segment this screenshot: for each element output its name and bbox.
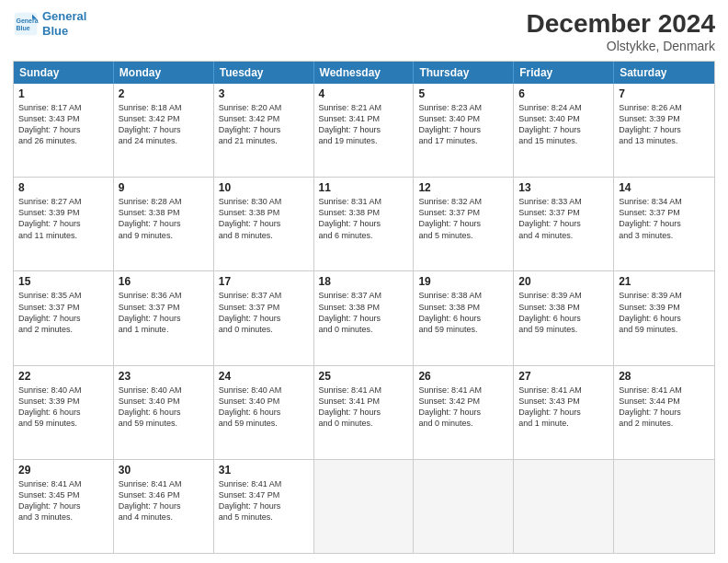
- calendar-cell: 8Sunrise: 8:27 AM Sunset: 3:39 PM Daylig…: [14, 178, 114, 270]
- day-number: 2: [119, 87, 209, 100]
- day-info: Sunrise: 8:32 AM Sunset: 3:37 PM Dayligh…: [418, 196, 508, 241]
- calendar-cell: 4Sunrise: 8:21 AM Sunset: 3:41 PM Daylig…: [314, 84, 415, 177]
- calendar-cell: 12Sunrise: 8:32 AM Sunset: 3:37 PM Dayli…: [414, 178, 514, 270]
- day-info: Sunrise: 8:21 AM Sunset: 3:41 PM Dayligh…: [319, 102, 409, 147]
- calendar-cell: 10Sunrise: 8:30 AM Sunset: 3:38 PM Dayli…: [214, 178, 314, 270]
- day-number: 10: [219, 181, 309, 194]
- day-number: 23: [119, 370, 209, 383]
- day-info: Sunrise: 8:37 AM Sunset: 3:38 PM Dayligh…: [319, 290, 409, 335]
- day-info: Sunrise: 8:18 AM Sunset: 3:42 PM Dayligh…: [119, 102, 209, 147]
- day-number: 25: [319, 370, 409, 383]
- calendar-cell: 9Sunrise: 8:28 AM Sunset: 3:38 PM Daylig…: [114, 178, 214, 270]
- calendar-body: 1Sunrise: 8:17 AM Sunset: 3:43 PM Daylig…: [14, 84, 714, 553]
- day-number: 8: [18, 181, 108, 194]
- day-info: Sunrise: 8:23 AM Sunset: 3:40 PM Dayligh…: [418, 102, 508, 147]
- page: General Blue General Blue December 2024 …: [0, 0, 728, 563]
- day-info: Sunrise: 8:24 AM Sunset: 3:40 PM Dayligh…: [518, 102, 609, 147]
- day-info: Sunrise: 8:35 AM Sunset: 3:37 PM Dayligh…: [18, 290, 108, 335]
- day-number: 29: [18, 464, 108, 477]
- calendar-cell: 14Sunrise: 8:34 AM Sunset: 3:37 PM Dayli…: [614, 178, 714, 270]
- weekday-header: Saturday: [614, 62, 714, 84]
- day-info: Sunrise: 8:37 AM Sunset: 3:37 PM Dayligh…: [219, 290, 309, 335]
- day-number: 13: [518, 181, 609, 194]
- logo: General Blue General Blue: [13, 9, 86, 38]
- weekday-header: Monday: [114, 62, 214, 84]
- calendar-cell: 5Sunrise: 8:23 AM Sunset: 3:40 PM Daylig…: [414, 84, 514, 177]
- calendar-cell: 20Sunrise: 8:39 AM Sunset: 3:38 PM Dayli…: [514, 271, 614, 364]
- day-number: 20: [518, 275, 609, 288]
- day-info: Sunrise: 8:41 AM Sunset: 3:47 PM Dayligh…: [219, 478, 309, 523]
- calendar-cell: 27Sunrise: 8:41 AM Sunset: 3:43 PM Dayli…: [514, 366, 614, 459]
- day-info: Sunrise: 8:41 AM Sunset: 3:46 PM Dayligh…: [119, 478, 209, 523]
- logo-icon: General Blue: [13, 11, 39, 37]
- day-number: 15: [18, 275, 108, 288]
- calendar-cell: 13Sunrise: 8:33 AM Sunset: 3:37 PM Dayli…: [514, 178, 614, 270]
- calendar-cell: 21Sunrise: 8:39 AM Sunset: 3:39 PM Dayli…: [614, 271, 714, 364]
- calendar-cell: [514, 460, 614, 553]
- day-number: 11: [319, 181, 409, 194]
- calendar-cell: [614, 460, 714, 553]
- calendar-row: 29Sunrise: 8:41 AM Sunset: 3:45 PM Dayli…: [14, 459, 714, 553]
- weekday-header: Sunday: [14, 62, 114, 84]
- day-number: 16: [119, 275, 209, 288]
- day-number: 21: [619, 275, 710, 288]
- day-number: 18: [319, 275, 409, 288]
- day-number: 5: [418, 87, 508, 100]
- day-info: Sunrise: 8:40 AM Sunset: 3:40 PM Dayligh…: [219, 385, 309, 430]
- day-info: Sunrise: 8:41 AM Sunset: 3:44 PM Dayligh…: [619, 385, 710, 430]
- day-number: 30: [119, 464, 209, 477]
- calendar-row: 22Sunrise: 8:40 AM Sunset: 3:39 PM Dayli…: [14, 365, 714, 459]
- calendar-cell: 29Sunrise: 8:41 AM Sunset: 3:45 PM Dayli…: [14, 460, 114, 553]
- calendar-cell: 30Sunrise: 8:41 AM Sunset: 3:46 PM Dayli…: [114, 460, 214, 553]
- calendar-cell: [314, 460, 415, 553]
- day-info: Sunrise: 8:38 AM Sunset: 3:38 PM Dayligh…: [418, 290, 508, 335]
- day-info: Sunrise: 8:26 AM Sunset: 3:39 PM Dayligh…: [619, 102, 710, 147]
- weekday-header: Thursday: [414, 62, 514, 84]
- day-info: Sunrise: 8:30 AM Sunset: 3:38 PM Dayligh…: [219, 196, 309, 241]
- day-info: Sunrise: 8:28 AM Sunset: 3:38 PM Dayligh…: [119, 196, 209, 241]
- day-number: 22: [18, 370, 108, 383]
- calendar-row: 1Sunrise: 8:17 AM Sunset: 3:43 PM Daylig…: [14, 84, 714, 177]
- calendar-header: SundayMondayTuesdayWednesdayThursdayFrid…: [14, 62, 714, 84]
- day-number: 14: [619, 181, 710, 194]
- logo-text: General Blue: [42, 9, 86, 38]
- day-info: Sunrise: 8:34 AM Sunset: 3:37 PM Dayligh…: [619, 196, 710, 241]
- calendar-cell: 28Sunrise: 8:41 AM Sunset: 3:44 PM Dayli…: [614, 366, 714, 459]
- calendar-cell: [414, 460, 514, 553]
- calendar-cell: 17Sunrise: 8:37 AM Sunset: 3:37 PM Dayli…: [214, 271, 314, 364]
- month-title: December 2024: [527, 9, 715, 39]
- title-block: December 2024 Olstykke, Denmark: [527, 9, 715, 53]
- day-info: Sunrise: 8:40 AM Sunset: 3:40 PM Dayligh…: [119, 385, 209, 430]
- day-number: 31: [219, 464, 309, 477]
- day-number: 1: [18, 87, 108, 100]
- calendar-cell: 6Sunrise: 8:24 AM Sunset: 3:40 PM Daylig…: [514, 84, 614, 177]
- day-number: 24: [219, 370, 309, 383]
- calendar-cell: 18Sunrise: 8:37 AM Sunset: 3:38 PM Dayli…: [314, 271, 415, 364]
- calendar-cell: 2Sunrise: 8:18 AM Sunset: 3:42 PM Daylig…: [114, 84, 214, 177]
- calendar-cell: 24Sunrise: 8:40 AM Sunset: 3:40 PM Dayli…: [214, 366, 314, 459]
- day-info: Sunrise: 8:41 AM Sunset: 3:45 PM Dayligh…: [18, 478, 108, 523]
- day-info: Sunrise: 8:17 AM Sunset: 3:43 PM Dayligh…: [18, 102, 108, 147]
- location: Olstykke, Denmark: [527, 39, 715, 53]
- calendar-row: 15Sunrise: 8:35 AM Sunset: 3:37 PM Dayli…: [14, 270, 714, 364]
- day-info: Sunrise: 8:31 AM Sunset: 3:38 PM Dayligh…: [319, 196, 409, 241]
- day-info: Sunrise: 8:27 AM Sunset: 3:39 PM Dayligh…: [18, 196, 108, 241]
- calendar-cell: 7Sunrise: 8:26 AM Sunset: 3:39 PM Daylig…: [614, 84, 714, 177]
- day-info: Sunrise: 8:39 AM Sunset: 3:38 PM Dayligh…: [518, 290, 609, 335]
- day-number: 9: [119, 181, 209, 194]
- day-number: 4: [319, 87, 409, 100]
- header: General Blue General Blue December 2024 …: [13, 9, 715, 53]
- weekday-header: Tuesday: [214, 62, 314, 84]
- calendar-cell: 19Sunrise: 8:38 AM Sunset: 3:38 PM Dayli…: [414, 271, 514, 364]
- calendar-cell: 22Sunrise: 8:40 AM Sunset: 3:39 PM Dayli…: [14, 366, 114, 459]
- day-info: Sunrise: 8:39 AM Sunset: 3:39 PM Dayligh…: [619, 290, 710, 335]
- day-number: 12: [418, 181, 508, 194]
- day-number: 26: [418, 370, 508, 383]
- day-number: 6: [518, 87, 609, 100]
- calendar-cell: 11Sunrise: 8:31 AM Sunset: 3:38 PM Dayli…: [314, 178, 415, 270]
- calendar-cell: 15Sunrise: 8:35 AM Sunset: 3:37 PM Dayli…: [14, 271, 114, 364]
- day-number: 3: [219, 87, 309, 100]
- calendar: SundayMondayTuesdayWednesdayThursdayFrid…: [13, 61, 715, 554]
- weekday-header: Wednesday: [314, 62, 415, 84]
- weekday-header: Friday: [514, 62, 614, 84]
